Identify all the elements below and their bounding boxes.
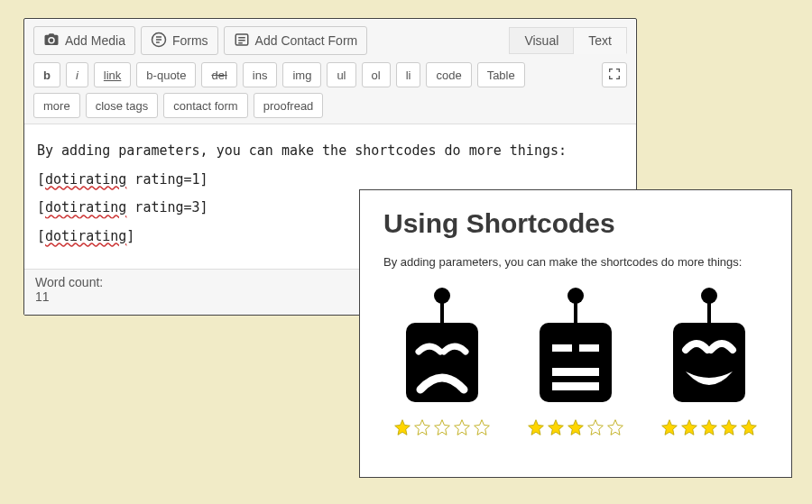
robot-rating-1 (383, 285, 501, 436)
preview-body: By adding parameters, you can make the s… (383, 255, 768, 269)
preview-title: Using Shortcodes (383, 208, 768, 239)
content-line-1: By adding parameters, you can make the s… (37, 137, 623, 166)
preview-panel: Using Shortcodes By adding parameters, y… (359, 189, 792, 478)
svg-rect-3 (440, 301, 444, 323)
qt-del[interactable]: del (201, 62, 236, 87)
stars-3 (527, 418, 624, 436)
contact-form-icon (234, 32, 250, 50)
add-media-label: Add Media (65, 33, 125, 48)
editor-top-toolbar: Add Media Forms Add Contact Form Visual … (24, 19, 636, 59)
robot-happy-icon (655, 285, 763, 415)
qt-italic[interactable]: i (66, 62, 88, 87)
stars-5 (660, 418, 758, 436)
qt-bold[interactable]: b (33, 62, 60, 87)
svg-rect-11 (552, 382, 599, 390)
qt-ins[interactable]: ins (243, 62, 278, 87)
add-contact-label: Add Contact Form (255, 33, 358, 48)
qt-ul[interactable]: ul (327, 62, 355, 87)
fullscreen-icon (607, 67, 622, 84)
svg-rect-14 (673, 323, 745, 402)
forms-button[interactable]: Forms (141, 26, 218, 55)
qt-code[interactable]: code (426, 62, 471, 87)
qt-img[interactable]: img (282, 62, 321, 87)
editor-mode-tabs: Visual Text (509, 27, 627, 54)
add-media-button[interactable]: Add Media (33, 26, 135, 55)
robot-rating-5 (651, 285, 768, 436)
qt-link[interactable]: link (94, 62, 132, 87)
svg-rect-6 (574, 301, 577, 323)
qt-close-tags[interactable]: close tags (86, 93, 159, 118)
add-contact-form-button[interactable]: Add Contact Form (224, 26, 368, 55)
qt-bquote[interactable]: b-quote (136, 62, 196, 87)
qt-contact-form[interactable]: contact form (163, 93, 248, 118)
robot-neutral-icon (521, 285, 630, 415)
svg-rect-13 (707, 301, 711, 323)
fullscreen-button[interactable] (602, 62, 627, 87)
qt-ol[interactable]: ol (362, 62, 391, 87)
form-icon (151, 32, 167, 50)
editor-quicktags: b i link b-quote del ins img ul ol li co… (24, 59, 636, 124)
robot-sad-icon (388, 285, 496, 415)
svg-rect-9 (579, 344, 599, 352)
qt-table[interactable]: Table (477, 62, 525, 87)
qt-more[interactable]: more (33, 93, 80, 118)
svg-rect-10 (552, 368, 599, 376)
stars-1 (393, 418, 491, 436)
tab-text[interactable]: Text (574, 27, 627, 54)
qt-proofread[interactable]: proofread (254, 93, 324, 118)
camera-icon (43, 32, 60, 50)
tab-visual[interactable]: Visual (509, 27, 574, 54)
robot-rating-3 (517, 285, 634, 436)
forms-label: Forms (172, 33, 208, 48)
svg-rect-8 (552, 344, 572, 352)
robot-row (383, 285, 768, 436)
qt-li[interactable]: li (396, 62, 421, 87)
